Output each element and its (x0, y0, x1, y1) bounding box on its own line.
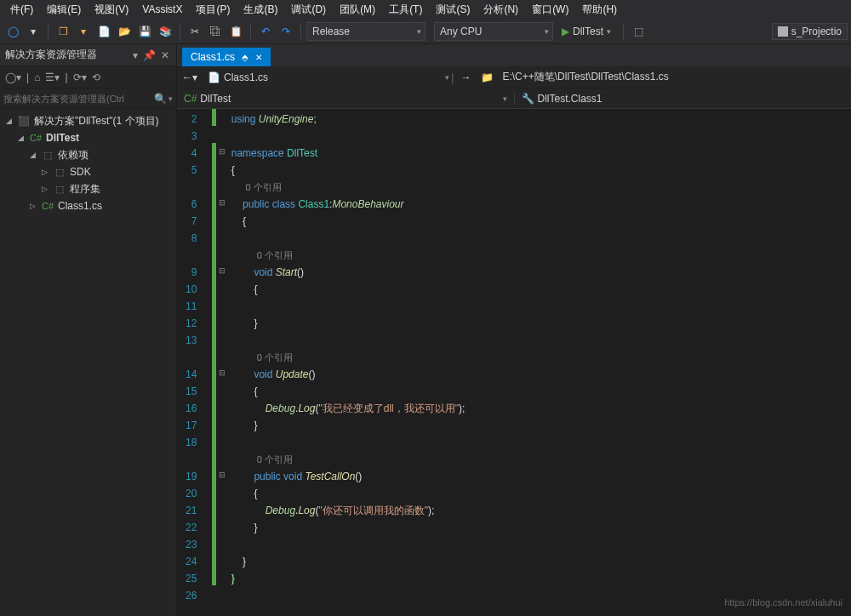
main-toolbar: ◯ ▾ ❐ ▾ 📄 📂 💾 📚 ✂ ⿻ 📋 ↶ ↷ Release Any CP… (0, 19, 851, 44)
run-target-label: DllTest (573, 26, 603, 37)
back-icon[interactable]: ◯ (3, 22, 22, 41)
fold-column: ⊟⊟⊟⊟⊟ (216, 109, 228, 616)
close-icon[interactable]: ✕ (159, 48, 171, 63)
menu-file[interactable]: 件(F) (3, 1, 40, 19)
dependencies-label: 依赖项 (58, 148, 89, 163)
file-node[interactable]: ▷C# Class1.cs (0, 197, 176, 214)
code-editor[interactable]: 2345678910111213141516171819202122232425… (177, 109, 851, 616)
separator (250, 24, 251, 39)
dependency-icon: ⬚ (41, 150, 54, 161)
stack-icon[interactable]: ☰▾ (45, 71, 60, 83)
fold-icon[interactable]: ⊟ (216, 262, 228, 279)
open-icon[interactable]: ▾ (74, 22, 93, 41)
solution-tree: ◢⬛ 解决方案"DllTest"(1 个项目) ◢C# DllTest ◢⬚ 依… (0, 109, 176, 218)
solution-explorer-toolbar: ◯▾ | ⌂ ☰▾ | ⟳▾ ⟲ (0, 66, 176, 88)
close-tab-icon[interactable]: ✕ (255, 53, 262, 62)
file-icon: 📄 (208, 71, 220, 83)
tab-class1[interactable]: Class1.cs ⬘ ✕ (182, 48, 271, 66)
navigation-bar: ←▾ 📄 Class1.cs ▾ | → 📁 E:\C++随笔\DllTest\… (177, 66, 851, 88)
tab-label: Class1.cs (191, 51, 235, 63)
search-input[interactable] (3, 94, 154, 104)
pin-icon[interactable]: 📌 (141, 48, 157, 63)
run-button[interactable]: ▶ DllTest ▾ (555, 24, 618, 39)
dropdown-icon[interactable]: ▾ (131, 48, 140, 63)
fold-icon[interactable]: ⊟ (216, 194, 228, 211)
nav-back-icon[interactable]: ←▾ (177, 66, 203, 88)
project-label: DllTest (46, 132, 79, 144)
search-row: 🔍 ▾ (0, 88, 176, 109)
fold-icon[interactable]: ⊟ (216, 364, 228, 381)
solution-icon: ⬛ (17, 116, 31, 127)
folder-icon: 📁 (481, 71, 494, 83)
forward-icon[interactable]: ▾ (24, 22, 43, 41)
csharp-icon: C# (184, 93, 197, 105)
nav-combo-icon[interactable]: ◯▾ (5, 71, 21, 83)
dependencies-node[interactable]: ◢⬚ 依赖项 (0, 146, 176, 163)
separator (623, 24, 624, 39)
csharp-project-icon: C# (29, 133, 43, 143)
refresh-icon[interactable]: ⟲ (92, 71, 100, 83)
menu-test[interactable]: 测试(S) (429, 1, 477, 19)
assembly-icon: ⬚ (53, 184, 66, 195)
sync-icon[interactable]: ⟳▾ (73, 71, 87, 83)
search-icon[interactable]: 🔍 (154, 93, 167, 105)
play-icon: ▶ (562, 26, 569, 37)
menu-tools[interactable]: 工具(T) (382, 1, 429, 19)
file-label: Class1.cs (58, 200, 102, 212)
menu-vassistx[interactable]: VAssistX (135, 2, 189, 17)
new-icon[interactable]: ❐ (54, 22, 72, 41)
project-icon (778, 26, 788, 37)
project-node[interactable]: ◢C# DllTest (0, 129, 176, 146)
misc-icon[interactable]: ⬚ (629, 22, 648, 41)
menu-window[interactable]: 窗口(W) (525, 1, 575, 19)
nav-file-combo[interactable]: 📄 Class1.cs (203, 66, 273, 88)
document-tabs: Class1.cs ⬘ ✕ (177, 44, 851, 66)
separator (48, 24, 49, 39)
copy-icon[interactable]: ⿻ (206, 22, 225, 41)
config-combo[interactable]: Release (306, 22, 426, 41)
sdk-node[interactable]: ▷⬚ SDK (0, 163, 176, 180)
scope-right[interactable]: 🔧 DllTest.Class1 (515, 93, 852, 105)
redo-icon[interactable]: ↷ (277, 22, 295, 41)
nav-forward-icon[interactable]: → (455, 66, 476, 88)
scope-left-label: DllTest (200, 93, 231, 105)
scope-left[interactable]: C# DllTest ▾ (177, 93, 515, 105)
separator (180, 24, 180, 39)
menu-team[interactable]: 团队(M) (333, 1, 382, 19)
nav-path-combo[interactable]: 📁 E:\C++随笔\DllTest\DllTest\Class1.cs (476, 66, 678, 88)
platform-combo[interactable]: Any CPU (434, 22, 553, 41)
menu-edit[interactable]: 编辑(E) (40, 1, 88, 19)
home-icon[interactable]: ⌂ (34, 71, 40, 83)
scope-bar: C# DllTest ▾ 🔧 DllTest.Class1 (177, 88, 851, 109)
solution-label: 解决方案"DllTest"(1 个项目) (34, 114, 159, 128)
solution-node[interactable]: ◢⬛ 解决方案"DllTest"(1 个项目) (0, 112, 176, 129)
project-selector-label: s_Projectio (791, 26, 842, 37)
paste-icon[interactable]: 📋 (226, 22, 245, 41)
open-file-icon[interactable]: 📂 (115, 22, 134, 41)
project-selector[interactable]: s_Projectio (772, 23, 848, 40)
solution-explorer: 解决方案资源管理器 ▾ 📌 ✕ ◯▾ | ⌂ ☰▾ | ⟳▾ ⟲ 🔍 ▾ ◢⬛ … (0, 44, 177, 616)
menu-help[interactable]: 帮助(H) (575, 1, 624, 19)
menu-project[interactable]: 项目(P) (189, 1, 237, 19)
solution-explorer-header: 解决方案资源管理器 ▾ 📌 ✕ (0, 44, 176, 66)
scope-right-label: DllTest.Class1 (538, 93, 603, 105)
pin-icon[interactable]: ⬘ (242, 53, 248, 62)
menu-analyze[interactable]: 分析(N) (477, 1, 525, 19)
nav-path-label: E:\C++随笔\DllTest\DllTest\Class1.cs (497, 70, 673, 84)
menu-build[interactable]: 生成(B) (237, 1, 284, 19)
save-all-icon[interactable]: 📚 (156, 22, 174, 41)
editor-area: Class1.cs ⬘ ✕ ←▾ 📄 Class1.cs ▾ | → 📁 E:\… (177, 44, 851, 616)
code-content[interactable]: using UnityEngine; namespace DllTest { 0… (228, 109, 851, 616)
fold-icon[interactable]: ⊟ (216, 143, 228, 160)
line-numbers: 2345678910111213141516171819202122232425… (177, 109, 212, 616)
menu-view[interactable]: 视图(V) (88, 1, 135, 19)
save-icon[interactable]: 💾 (135, 22, 154, 41)
menu-debug[interactable]: 调试(D) (284, 1, 333, 19)
new-file-icon[interactable]: 📄 (94, 22, 113, 41)
watermark: https://blog.csdn.net/xialuhui (724, 597, 842, 607)
undo-icon[interactable]: ↶ (256, 22, 275, 41)
assemblies-node[interactable]: ▷⬚ 程序集 (0, 180, 176, 197)
menu-bar: 件(F) 编辑(E) 视图(V) VAssistX 项目(P) 生成(B) 调试… (0, 0, 851, 19)
cut-icon[interactable]: ✂ (186, 22, 204, 41)
fold-icon[interactable]: ⊟ (216, 466, 228, 483)
